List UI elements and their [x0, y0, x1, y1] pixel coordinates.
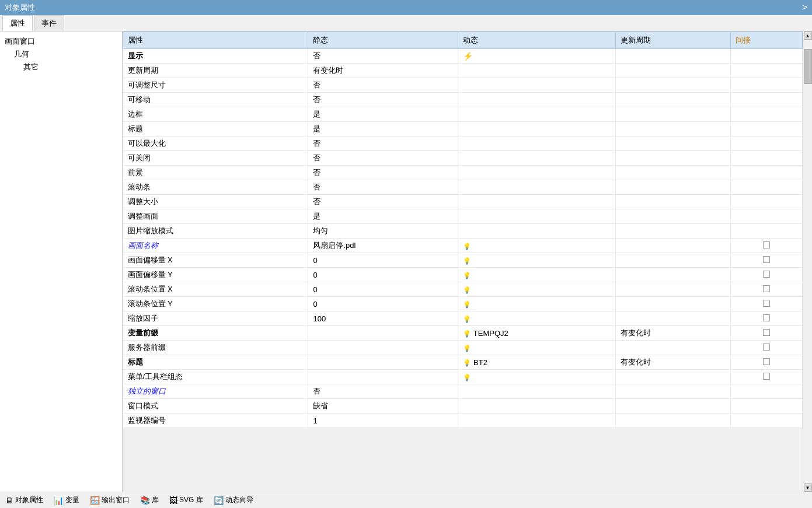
tab-events[interactable]: 事件	[34, 15, 64, 31]
scrollbar: ▲ ▼	[803, 31, 812, 492]
indirect-checkbox[interactable]	[763, 344, 770, 351]
table-row: 缩放因子100💡	[123, 311, 803, 326]
variables-icon: 📊	[54, 496, 64, 505]
prop-static-cell: 否	[308, 136, 458, 151]
prop-period-cell	[616, 399, 731, 414]
bulb-icon[interactable]: 💡	[463, 257, 471, 264]
indirect-checkbox[interactable]	[763, 300, 770, 307]
prop-indirect-cell	[731, 326, 803, 341]
library-icon: 📚	[140, 496, 150, 505]
scrollbar-thumb[interactable]	[804, 49, 812, 84]
table-row: 调整画面是	[123, 209, 803, 224]
table-row: 窗口模式缺省	[123, 399, 803, 414]
indirect-checkbox[interactable]	[763, 329, 770, 336]
props-table: 属性 静态 动态 更新周期 间接 显示否⚡更新周期有变化时可调整尺寸否可移动否边…	[123, 31, 803, 492]
prop-period-cell	[616, 414, 731, 428]
prop-static-cell: 否	[308, 78, 458, 93]
prop-dynamic-cell	[458, 151, 616, 166]
prop-static-cell: 是	[308, 209, 458, 224]
bottom-btn-output[interactable]: 🪟 输出窗口	[87, 493, 133, 507]
prop-name-cell: 独立的窗口	[123, 384, 308, 399]
prop-indirect-cell	[731, 122, 803, 136]
table-row: 边框是	[123, 107, 803, 122]
bulb-icon[interactable]: 💡	[463, 345, 471, 352]
tree-item-other-label[interactable]: 其它	[23, 62, 39, 71]
bulb-icon[interactable]: 💡	[463, 330, 471, 337]
prop-name-cell: 更新周期	[123, 64, 308, 78]
title-bar-arrow[interactable]: >	[802, 2, 807, 13]
prop-static-cell: 风扇启停.pdl	[308, 239, 458, 253]
bottom-label-library: 库	[152, 495, 159, 505]
bulb-icon[interactable]: 💡	[463, 272, 471, 279]
scrollbar-down-arrow[interactable]: ▼	[804, 484, 812, 492]
left-panel: 画面窗口 几何 其它	[0, 31, 123, 492]
bulb-icon[interactable]: 💡	[463, 316, 471, 323]
prop-period-cell	[616, 180, 731, 195]
prop-dynamic-value: TEMPQJ2	[471, 329, 508, 338]
prop-period-cell	[616, 239, 731, 253]
prop-dynamic-cell: ⚡	[458, 49, 616, 64]
tab-properties[interactable]: 属性	[2, 15, 33, 31]
table-row: 滚动条否	[123, 180, 803, 195]
prop-name-cell: 调整画面	[123, 209, 308, 224]
prop-period-cell	[616, 384, 731, 399]
bottom-btn-library[interactable]: 📚 库	[137, 493, 162, 507]
table-row: 可以最大化否	[123, 136, 803, 151]
prop-dynamic-cell: 💡 TEMPQJ2	[458, 326, 616, 341]
table-row: 画面偏移量 Y0💡	[123, 268, 803, 282]
prop-static-cell: 0	[308, 297, 458, 311]
prop-dynamic-cell: 💡	[458, 297, 616, 311]
prop-static-cell	[308, 326, 458, 341]
prop-dynamic-cell	[458, 122, 616, 136]
bulb-icon[interactable]: 💡	[463, 243, 471, 250]
prop-indirect-cell	[731, 399, 803, 414]
bulb-icon[interactable]: 💡	[463, 359, 471, 366]
prop-dynamic-cell	[458, 136, 616, 151]
bottom-btn-variables[interactable]: 📊 变量	[51, 493, 82, 507]
indirect-checkbox[interactable]	[763, 271, 770, 278]
indirect-checkbox[interactable]	[763, 358, 770, 365]
table-row: 画面名称风扇启停.pdl💡	[123, 239, 803, 253]
bulb-icon[interactable]: 💡	[463, 301, 471, 308]
bulb-icon[interactable]: 💡	[463, 374, 471, 381]
prop-name-cell: 缩放因子	[123, 311, 308, 326]
prop-indirect-cell	[731, 151, 803, 166]
indirect-checkbox[interactable]	[763, 241, 770, 248]
bulb-icon[interactable]: 💡	[463, 286, 471, 293]
indirect-checkbox[interactable]	[763, 256, 770, 263]
svg-icon: 🖼	[169, 496, 177, 505]
title-bar-text: 对象属性	[5, 2, 35, 13]
prop-indirect-cell	[731, 297, 803, 311]
bottom-btn-properties[interactable]: 🖥 对象属性	[2, 493, 46, 507]
prop-dynamic-cell	[458, 399, 616, 414]
table-row: 调整大小否	[123, 195, 803, 209]
bottom-label-output: 输出窗口	[102, 495, 130, 505]
indirect-checkbox[interactable]	[763, 373, 770, 380]
prop-period-cell	[616, 209, 731, 224]
bottom-btn-svg[interactable]: 🖼 SVG 库	[166, 493, 206, 507]
scrollbar-up-arrow[interactable]: ▲	[804, 31, 812, 40]
prop-indirect-cell	[731, 107, 803, 122]
table-row: 可调整尺寸否	[123, 78, 803, 93]
prop-period-cell	[616, 93, 731, 107]
prop-indirect-cell	[731, 195, 803, 209]
tree-item-geometry[interactable]: 几何	[2, 48, 120, 61]
indirect-checkbox[interactable]	[763, 314, 770, 321]
prop-indirect-cell	[731, 268, 803, 282]
tree-item-screen-window[interactable]: 画面窗口	[2, 35, 120, 48]
prop-static-cell	[308, 341, 458, 355]
prop-static-cell: 1	[308, 414, 458, 428]
table-row: 前景否	[123, 166, 803, 180]
indirect-checkbox[interactable]	[763, 285, 770, 292]
prop-static-cell: 否	[308, 195, 458, 209]
prop-dynamic-cell	[458, 93, 616, 107]
bottom-btn-wizard[interactable]: 🔄 动态向导	[211, 493, 256, 507]
table-row: 标题💡 BT2有变化时	[123, 355, 803, 370]
bottom-label-properties: 对象属性	[15, 495, 43, 505]
prop-period-cell	[616, 166, 731, 180]
prop-dynamic-cell: 💡	[458, 239, 616, 253]
prop-name-cell: 变量前缀	[123, 326, 308, 341]
tree-item-other[interactable]: 其它	[2, 61, 120, 73]
prop-static-cell	[308, 355, 458, 370]
prop-dynamic-cell	[458, 414, 616, 428]
